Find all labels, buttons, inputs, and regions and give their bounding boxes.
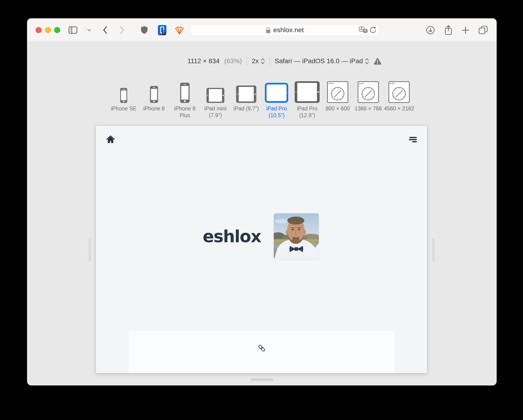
sidebar-icon — [68, 26, 77, 34]
post-link[interactable] — [128, 344, 395, 352]
tab-overview-icon — [479, 26, 488, 34]
extension-button-privacy[interactable] — [158, 25, 166, 35]
url-text: eshlox.net — [273, 26, 304, 34]
reload-icon — [369, 26, 377, 34]
downloads-button[interactable] — [426, 26, 435, 34]
back-button[interactable] — [103, 26, 108, 34]
menu-button[interactable] — [409, 137, 417, 143]
translate-icon — [359, 27, 368, 34]
rdm-info-bar: 1112 × 834 (63%) 2x Safari — iPadOS 16.0… — [50, 57, 497, 65]
new-tab-icon — [462, 26, 469, 34]
ipad-landscape-icon — [206, 88, 224, 103]
device-button-ipad[interactable]: iPad (9.7") — [231, 76, 262, 112]
share-button[interactable] — [444, 25, 452, 35]
zoom-percentage: (63%) — [224, 57, 242, 65]
safari-window: eshlox.net — [27, 18, 497, 386]
toolbar-divider — [85, 26, 85, 34]
safari-window-icon — [388, 81, 410, 103]
device-button-ipad-pro-10[interactable]: iPad Pro (10.5") — [261, 76, 292, 119]
share-icon — [444, 25, 452, 35]
content-card — [128, 330, 395, 373]
privacy-report-button[interactable] — [141, 26, 148, 34]
iphone-large-icon — [180, 83, 189, 103]
user-agent-value: Safari — iPadOS 16.0 — iPad — [275, 57, 363, 65]
sidebar-options-button[interactable] — [87, 29, 91, 32]
forward-icon — [119, 26, 125, 34]
pixel-ratio-selector[interactable]: 2x — [252, 57, 265, 65]
device-button-iphone-8[interactable]: iPhone 8 — [139, 76, 169, 112]
download-icon — [426, 26, 435, 34]
safari-window-icon — [358, 81, 379, 103]
tab-overview-button[interactable] — [479, 26, 488, 34]
ipad-pro-outline-icon — [265, 83, 288, 103]
extension-button-wiper[interactable] — [174, 26, 185, 35]
sidebar-toggle-button[interactable] — [68, 26, 77, 34]
separator — [246, 57, 247, 65]
shield-icon — [141, 26, 148, 34]
iphone-small-icon — [120, 88, 127, 103]
viewport-resize-handle-right[interactable] — [432, 238, 434, 261]
device-button-ipad-pro-12[interactable]: iPad Pro (12.9") — [292, 76, 322, 119]
address-bar[interactable]: eshlox.net — [191, 25, 379, 35]
lock-icon — [265, 27, 271, 34]
home-icon — [106, 135, 115, 144]
menu-icon — [412, 141, 417, 142]
new-tab-button[interactable] — [462, 26, 469, 34]
device-label: iPad Pro (10.5") — [263, 105, 290, 119]
zoom-window-button[interactable] — [54, 27, 60, 33]
menu-icon — [409, 137, 417, 138]
chevron-down-icon — [87, 29, 91, 32]
menu-icon — [409, 139, 417, 140]
device-label: iPhone 8 Plus — [172, 105, 198, 119]
ipad-landscape-icon — [236, 86, 256, 103]
device-label: iPad mini (7.9") — [202, 105, 229, 119]
device-label: iPhone 8 — [141, 105, 167, 112]
link-icon — [258, 344, 266, 352]
device-label: iPad Pro (12.9") — [294, 105, 320, 119]
device-button-iphone-se[interactable]: iPhone SE — [108, 76, 139, 112]
site-logo[interactable]: eshlox — [203, 227, 261, 246]
device-button-ipad-mini[interactable]: iPad mini (7.9") — [200, 76, 231, 119]
iphone-icon — [150, 86, 158, 103]
ipad-landscape-icon — [295, 81, 319, 103]
reload-button[interactable] — [369, 25, 377, 35]
safari-window-icon — [327, 81, 348, 103]
warning-icon[interactable] — [374, 57, 381, 65]
forward-button[interactable] — [119, 26, 125, 34]
profile-photo-art — [274, 213, 319, 259]
viewport-resize-handle-bottom[interactable] — [251, 378, 273, 381]
stepper-icon — [365, 58, 369, 64]
home-button[interactable] — [106, 135, 115, 144]
page-viewport: eshlox — [96, 126, 427, 373]
user-agent-selector[interactable]: Safari — iPadOS 16.0 — iPad — [275, 57, 369, 65]
close-window-button[interactable] — [35, 27, 42, 33]
device-button-4560x2162[interactable]: 4560 × 2162 — [384, 76, 414, 112]
profile-photo — [274, 213, 319, 259]
device-button-800x600[interactable]: 800 × 600 — [322, 76, 353, 112]
device-button-1366x768[interactable]: 1366 × 768 — [353, 76, 384, 112]
viewport-resize-handle-left[interactable] — [89, 238, 91, 261]
device-label: 4560 × 2162 — [380, 105, 418, 112]
minimize-window-button[interactable] — [45, 27, 51, 33]
translate-button[interactable] — [359, 25, 368, 35]
pixel-ratio-value: 2x — [252, 57, 259, 65]
privacy-extension-icon — [158, 25, 166, 35]
device-button-iphone-8-plus[interactable]: iPhone 8 Plus — [170, 76, 200, 119]
browser-toolbar: eshlox.net — [27, 18, 497, 42]
wiper-extension-icon — [174, 26, 185, 35]
separator — [270, 57, 270, 65]
viewport-dimensions[interactable]: 1112 × 834 — [188, 57, 220, 65]
stepper-icon — [261, 58, 265, 64]
device-label: iPad (9.7") — [233, 105, 259, 112]
device-label: iPhone SE — [111, 105, 137, 112]
back-icon — [103, 26, 108, 34]
